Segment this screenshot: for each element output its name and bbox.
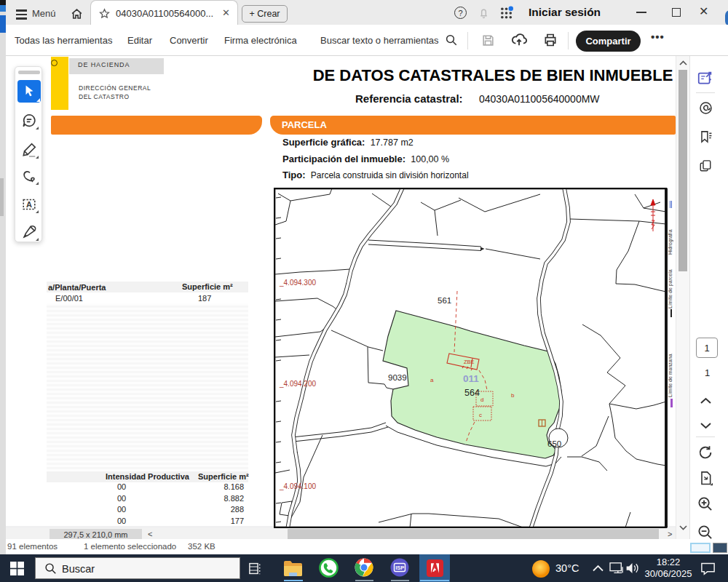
svg-text:d: d [480,396,483,403]
svg-text:A: A [26,200,32,209]
svg-text:ZBE: ZBE [464,359,475,365]
svg-text:_4.094.100: _4.094.100 [279,482,316,490]
svg-text:9039: 9039 [388,373,407,382]
svg-text:561: 561 [438,296,451,305]
svg-text:_4.094.300: _4.094.300 [279,279,316,287]
svg-text:a: a [430,377,434,383]
svg-text:c: c [479,412,482,418]
svg-text:ISP: ISP [395,565,404,571]
svg-text:011: 011 [463,373,479,384]
svg-text:564: 564 [464,388,480,398]
svg-text:_4.094.200: _4.094.200 [279,380,316,388]
svg-text:650: 650 [547,439,561,448]
svg-text:b: b [511,392,515,399]
